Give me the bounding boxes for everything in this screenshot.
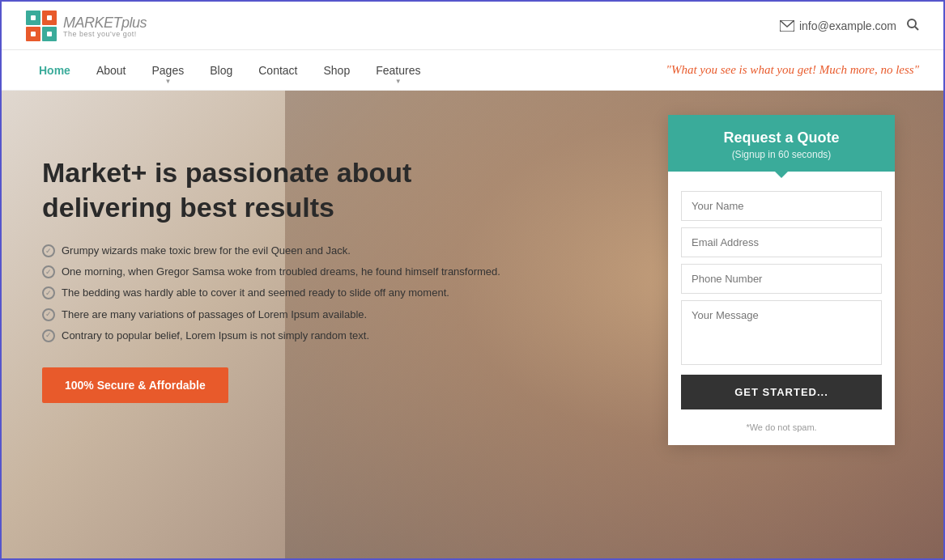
email-area: info@example.com bbox=[780, 19, 896, 32]
logo-text: MARKETplus The best you've got! bbox=[63, 13, 147, 38]
list-item: The bedding was hardly able to cover it … bbox=[42, 286, 504, 300]
search-button[interactable] bbox=[906, 18, 919, 34]
list-item: There are many variations of passages of… bbox=[42, 308, 504, 322]
email-input[interactable] bbox=[681, 227, 882, 257]
quote-form-body: GET STARTED... *We do not spam. bbox=[668, 172, 895, 445]
name-input[interactable] bbox=[681, 191, 882, 221]
list-item-text-5: Contrary to popular belief, Lorem Ipsum … bbox=[62, 329, 369, 343]
nav-tagline: "What you see is what you get! Much more… bbox=[666, 63, 919, 77]
nav-links: Home About Pages ▼ Blog Contact Shop Fea… bbox=[26, 51, 433, 90]
logo-suffix: plus bbox=[121, 15, 147, 31]
quote-form: Request a Quote (Signup in 60 seconds) G… bbox=[668, 115, 895, 445]
logo-subtitle: The best you've got! bbox=[63, 31, 147, 38]
hero-headline: Market+ is passionate about delivering b… bbox=[42, 155, 504, 224]
svg-rect-4 bbox=[31, 15, 36, 20]
logo-brand: MARKET bbox=[63, 15, 121, 31]
svg-rect-7 bbox=[47, 32, 52, 36]
logo-main-text: MARKETplus bbox=[63, 13, 147, 31]
list-item-text-4: There are many variations of passages of… bbox=[62, 308, 367, 322]
top-bar: MARKETplus The best you've got! info@exa… bbox=[2, 2, 943, 50]
check-icon-5 bbox=[42, 329, 55, 342]
nav-item-shop[interactable]: Shop bbox=[310, 51, 363, 90]
nav-item-pages[interactable]: Pages ▼ bbox=[139, 51, 198, 90]
nav-link-contact[interactable]: Contact bbox=[245, 51, 310, 90]
nav-item-contact[interactable]: Contact bbox=[245, 51, 310, 90]
nav-item-features[interactable]: Features ▼ bbox=[363, 51, 433, 90]
pages-dropdown-arrow: ▼ bbox=[164, 78, 171, 85]
nav-link-about[interactable]: About bbox=[83, 51, 139, 90]
svg-rect-5 bbox=[47, 15, 52, 20]
check-icon-1 bbox=[42, 244, 55, 257]
svg-point-9 bbox=[908, 19, 916, 28]
phone-input[interactable] bbox=[681, 264, 882, 294]
list-item: Contrary to popular belief, Lorem Ipsum … bbox=[42, 329, 504, 343]
quote-form-subtitle: (Signup in 60 seconds) bbox=[681, 149, 882, 160]
list-item-text-1: Grumpy wizards make toxic brew for the e… bbox=[62, 244, 351, 258]
search-icon bbox=[906, 18, 919, 31]
hero-section: Market+ is passionate about delivering b… bbox=[2, 91, 943, 560]
svg-line-10 bbox=[915, 27, 918, 30]
hero-content: Market+ is passionate about delivering b… bbox=[2, 91, 536, 435]
email-text: info@example.com bbox=[799, 19, 896, 32]
check-icon-4 bbox=[42, 308, 55, 321]
hero-list: Grumpy wizards make toxic brew for the e… bbox=[42, 244, 504, 343]
message-input[interactable] bbox=[681, 300, 882, 365]
nav-link-shop[interactable]: Shop bbox=[310, 51, 363, 90]
list-item-text-3: The bedding was hardly able to cover it … bbox=[62, 286, 449, 300]
nav-item-home[interactable]: Home bbox=[26, 51, 83, 90]
no-spam-note: *We do not spam. bbox=[681, 422, 882, 432]
logo-icon bbox=[26, 11, 57, 41]
top-right-area: info@example.com bbox=[780, 18, 919, 34]
list-item: One morning, when Gregor Samsa woke from… bbox=[42, 265, 504, 279]
features-dropdown-arrow: ▼ bbox=[395, 78, 402, 85]
email-icon bbox=[780, 20, 794, 32]
logo: MARKETplus The best you've got! bbox=[26, 11, 147, 41]
check-icon-3 bbox=[42, 286, 55, 299]
check-icon-2 bbox=[42, 265, 55, 278]
nav-bar: Home About Pages ▼ Blog Contact Shop Fea… bbox=[2, 50, 943, 91]
nav-item-blog[interactable]: Blog bbox=[197, 51, 245, 90]
get-started-button[interactable]: GET STARTED... bbox=[681, 375, 882, 409]
hero-cta-button[interactable]: 100% Secure & Affordable bbox=[42, 367, 228, 403]
list-item-text-2: One morning, when Gregor Samsa woke from… bbox=[62, 265, 500, 279]
list-item: Grumpy wizards make toxic brew for the e… bbox=[42, 244, 504, 258]
quote-form-header: Request a Quote (Signup in 60 seconds) bbox=[668, 115, 895, 172]
quote-form-title: Request a Quote bbox=[681, 129, 882, 146]
nav-item-about[interactable]: About bbox=[83, 51, 139, 90]
nav-link-home[interactable]: Home bbox=[26, 51, 83, 90]
nav-link-blog[interactable]: Blog bbox=[197, 51, 245, 90]
svg-rect-6 bbox=[31, 32, 36, 36]
